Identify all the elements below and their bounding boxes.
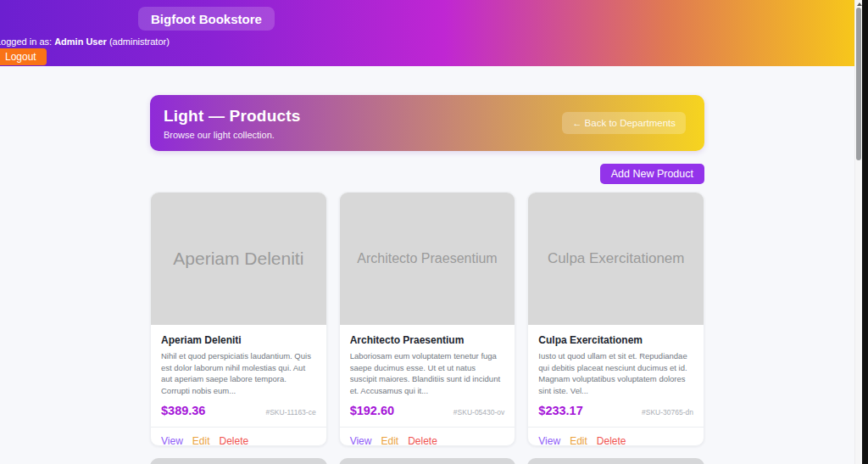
login-username: Admin User <box>54 36 107 47</box>
product-image-placeholder: Architecto Praesentium <box>340 193 515 325</box>
login-role: (administrator) <box>107 36 170 47</box>
product-actions: View Edit Delete <box>340 427 515 446</box>
back-to-departments-button[interactable]: ← Back to Departments <box>562 112 686 134</box>
brand-button[interactable]: Bigfoot Bookstore <box>138 7 275 31</box>
delete-link[interactable]: Delete <box>408 435 437 446</box>
scrollbar-thumb[interactable] <box>856 8 861 160</box>
scrollbar-up-arrow-icon[interactable] <box>857 3 862 6</box>
product-title: Aperiam Deleniti <box>161 334 316 346</box>
next-product-row-clipped <box>150 458 704 464</box>
product-image-text: Culpa Exercitationem <box>548 250 685 267</box>
delete-link[interactable]: Delete <box>597 435 626 446</box>
view-link[interactable]: View <box>161 435 183 446</box>
edit-link[interactable]: Edit <box>381 435 398 446</box>
view-link[interactable]: View <box>538 435 560 446</box>
department-banner: Light — Products Browse our light collec… <box>150 95 704 151</box>
edit-link[interactable]: Edit <box>570 435 587 446</box>
page-content: Light — Products Browse our light collec… <box>0 95 854 464</box>
login-prefix: Logged in as: <box>0 36 54 47</box>
window-edge-strip <box>862 0 868 464</box>
product-price: $233.17 <box>538 404 582 417</box>
product-card: Architecto Praesentium Architecto Praese… <box>339 192 516 446</box>
product-image-placeholder <box>150 458 327 464</box>
product-card: Aperiam Deleniti Aperiam Deleniti Nihil … <box>150 192 327 446</box>
brand-label: Bigfoot Bookstore <box>151 12 262 26</box>
product-grid: Aperiam Deleniti Aperiam Deleniti Nihil … <box>150 192 704 446</box>
product-title: Architecto Praesentium <box>350 334 505 346</box>
product-price: $192.60 <box>350 404 394 417</box>
product-description: Laboriosam eum voluptatem tenetur fuga s… <box>350 350 505 396</box>
product-description: Nihil et quod perspiciatis laudantium. Q… <box>161 350 316 396</box>
product-image-placeholder: Aperiam Deleniti <box>151 193 326 325</box>
view-link[interactable]: View <box>350 435 372 446</box>
product-image-text: Aperiam Deleniti <box>173 249 303 269</box>
scrollbar-track[interactable] <box>854 0 862 464</box>
toolbar: Add New Product <box>150 164 704 184</box>
add-new-product-button[interactable]: Add New Product <box>600 164 704 184</box>
product-description: Iusto ut quod ullam et sit et. Repudiand… <box>538 350 693 396</box>
product-actions: View Edit Delete <box>151 427 326 446</box>
product-card: Culpa Exercitationem Culpa Exercitatione… <box>527 192 704 446</box>
delete-link[interactable]: Delete <box>219 435 248 446</box>
app-header: Bigfoot Bookstore Logged in as: Admin Us… <box>0 0 854 66</box>
product-image-text: Architecto Praesentium <box>357 251 497 266</box>
product-image-placeholder <box>527 458 704 464</box>
product-actions: View Edit Delete <box>528 427 704 446</box>
product-title: Culpa Exercitationem <box>538 334 693 346</box>
edit-link[interactable]: Edit <box>192 435 210 446</box>
product-sku: #SKU-30765-dn <box>642 408 693 416</box>
product-sku: #SKU-11163-ce <box>265 408 315 416</box>
product-image-placeholder <box>339 458 516 464</box>
product-image-placeholder: Culpa Exercitationem <box>528 193 704 325</box>
product-price: $389.36 <box>161 404 205 417</box>
logout-button[interactable]: Logout <box>0 48 47 65</box>
product-sku: #SKU-05430-ov <box>453 408 504 416</box>
login-status: Logged in as: Admin User (administrator) <box>0 36 170 47</box>
